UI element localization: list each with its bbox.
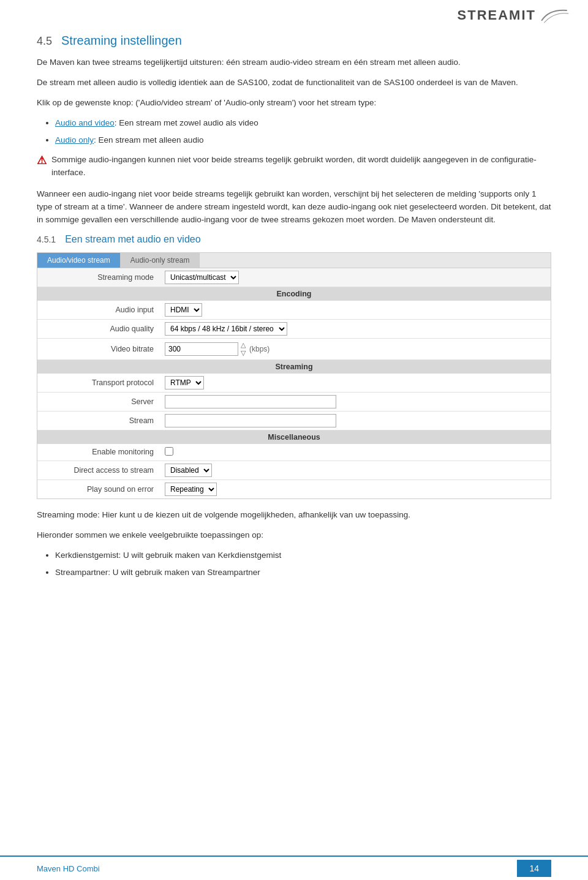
list-item-av: Audio and video: Een stream met zowel au… [55, 117, 551, 129]
para1: De Maven kan twee streams tegelijkertijd… [37, 56, 551, 69]
stream-field [160, 412, 551, 430]
audio-only-link[interactable]: Audio only [55, 135, 94, 145]
play-sound-row: Play sound on error Repeating [37, 480, 551, 498]
audio-input-label: Audio input [37, 303, 160, 317]
list-item-stream: Streampartner: U wilt gebruik maken van … [55, 566, 551, 579]
section-title: Streaming instellingen [61, 34, 182, 48]
section-heading: 4.5 Streaming instellingen [37, 34, 551, 48]
play-sound-label: Play sound on error [37, 483, 160, 496]
subsection-number: 4.5.1 [37, 235, 56, 244]
tab-av[interactable]: Audio/video stream [37, 253, 121, 268]
para6: Hieronder sommen we enkele veelgebruikte… [37, 529, 551, 542]
play-sound-field: Repeating [160, 480, 551, 498]
logo-text: STREAMIT [458, 7, 536, 23]
direct-access-field: Disabled [160, 461, 551, 479]
audio-quality-select[interactable]: 64 kbps / 48 kHz / 16bit / stereo [165, 322, 287, 336]
bullet1-text: : Een stream met zowel audio als video [115, 118, 258, 127]
transport-protocol-label: Transport protocol [37, 376, 160, 389]
stream-input[interactable] [165, 414, 336, 427]
form-screenshot: Audio/video stream Audio-only stream Str… [37, 252, 551, 499]
transport-protocol-field: RTMP [160, 374, 551, 392]
audio-input-field: HDMI [160, 301, 551, 319]
subsection-title: Een stream met audio en video [65, 234, 200, 245]
enable-monitoring-field [160, 445, 551, 460]
stream-row: Stream [37, 412, 551, 431]
application-list: Kerkdienstgemist: U wilt gebruik maken v… [55, 549, 551, 579]
warning-text: Sommige audio-ingangen kunnen niet voor … [51, 154, 551, 179]
tab-ao[interactable]: Audio-only stream [121, 253, 200, 268]
video-bitrate-field: △▽ (kbps) [160, 339, 551, 359]
audio-quality-label: Audio quality [37, 322, 160, 336]
play-sound-select[interactable]: Repeating [165, 483, 217, 496]
streaming-mode-label: Streaming mode [37, 271, 160, 284]
page-footer: Maven HD Combi 14 [0, 856, 588, 880]
transport-protocol-select[interactable]: RTMP [165, 376, 204, 389]
subsection-heading: 4.5.1 Een stream met audio en video [37, 234, 551, 245]
warning-block: ⚠ Sommige audio-ingangen kunnen niet voo… [37, 154, 551, 179]
streaming-header: Streaming [37, 360, 551, 374]
footer-left-text: Maven HD Combi [37, 864, 100, 873]
transport-protocol-row: Transport protocol RTMP [37, 374, 551, 393]
section-number: 4.5 [37, 35, 52, 48]
enable-monitoring-checkbox[interactable] [165, 447, 173, 456]
server-input[interactable] [165, 395, 336, 408]
para4: Wanneer een audio-ingang niet voor beide… [37, 188, 551, 227]
tab-row: Audio/video stream Audio-only stream [37, 253, 551, 268]
bitrate-stepper-icon: △▽ [241, 341, 246, 357]
stream-type-list: Audio and video: Een stream met zowel au… [55, 117, 551, 147]
kbps-label: (kbps) [249, 345, 270, 353]
server-field [160, 393, 551, 411]
direct-access-select[interactable]: Disabled [165, 464, 212, 477]
para2: De stream met alleen audio is volledig i… [37, 77, 551, 89]
enable-monitoring-label: Enable monitoring [37, 445, 160, 459]
server-row: Server [37, 393, 551, 412]
para3: Klik op de gewenste knop: ('Audio/video … [37, 97, 551, 110]
audio-input-select[interactable]: HDMI [165, 303, 202, 317]
warning-icon: ⚠ [37, 152, 47, 170]
bullet2-text: : Een stream met alleen audio [94, 135, 203, 145]
audio-quality-row: Audio quality 64 kbps / 48 kHz / 16bit /… [37, 320, 551, 339]
audio-video-link[interactable]: Audio and video [55, 118, 115, 127]
logo-area: STREAMIT [458, 6, 570, 24]
page-header: STREAMIT [0, 0, 588, 28]
streaming-mode-field: Unicast/multicast [160, 268, 551, 287]
main-content: 4.5 Streaming instellingen De Maven kan … [0, 28, 588, 598]
miscellaneous-header: Miscellaneous [37, 431, 551, 444]
list-item-kerk: Kerkdienstgemist: U wilt gebruik maken v… [55, 549, 551, 562]
logo-swoosh-icon [539, 6, 570, 24]
video-bitrate-label: Video bitrate [37, 342, 160, 356]
video-bitrate-row: Video bitrate △▽ (kbps) [37, 339, 551, 360]
footer-page-number: 14 [517, 860, 551, 877]
server-label: Server [37, 395, 160, 408]
stream-label: Stream [37, 414, 160, 427]
direct-access-row: Direct access to stream Disabled [37, 461, 551, 480]
video-bitrate-input[interactable] [165, 342, 238, 356]
audio-input-row: Audio input HDMI [37, 301, 551, 320]
streaming-mode-row: Streaming mode Unicast/multicast [37, 268, 551, 287]
encoding-header: Encoding [37, 287, 551, 301]
audio-quality-field: 64 kbps / 48 kHz / 16bit / stereo [160, 320, 551, 338]
para5: Streaming mode: Hier kunt u de kiezen ui… [37, 509, 551, 522]
list-item-ao: Audio only: Een stream met alleen audio [55, 134, 551, 146]
streaming-mode-select[interactable]: Unicast/multicast [165, 271, 239, 284]
enable-monitoring-row: Enable monitoring [37, 444, 551, 461]
direct-access-label: Direct access to stream [37, 464, 160, 477]
